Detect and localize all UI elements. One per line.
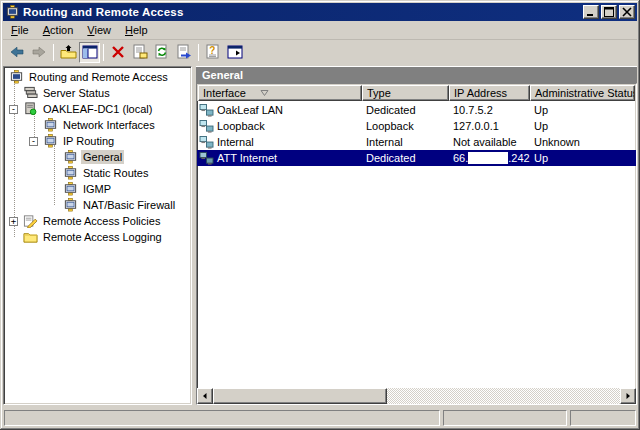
export-list-button[interactable] xyxy=(173,41,195,63)
folder-icon xyxy=(22,230,38,244)
console-tree-pane: Routing and Remote Access Server Status … xyxy=(3,66,192,405)
router-icon xyxy=(62,166,78,180)
forward-button[interactable] xyxy=(28,41,50,63)
tree-item-label: General xyxy=(81,150,124,164)
toolbar-separator xyxy=(53,44,54,61)
tree-item-static-routes[interactable]: Static Routes xyxy=(4,165,191,181)
tree-item-label: IP Routing xyxy=(61,134,116,148)
column-header-interface[interactable]: Interface xyxy=(198,85,362,101)
delete-button[interactable] xyxy=(107,41,129,63)
menu-help[interactable]: Help xyxy=(118,22,155,38)
column-header-row: Interface Type IP Address Administrative… xyxy=(197,84,636,101)
show-hide-console-tree-button[interactable] xyxy=(79,42,100,63)
refresh-button[interactable] xyxy=(151,41,173,63)
forward-icon xyxy=(31,44,47,60)
server-icon xyxy=(22,102,38,116)
toolbar-separator xyxy=(198,44,199,61)
show-taskpad-icon xyxy=(227,45,243,59)
scrollbar-track[interactable] xyxy=(387,388,620,404)
list-row-loopback[interactable]: Loopback Loopback 127.0.0.1 Up xyxy=(197,118,636,134)
properties-button[interactable] xyxy=(129,41,151,63)
tree-item-general[interactable]: General xyxy=(4,149,191,165)
delete-icon xyxy=(111,45,125,59)
tree-item-label: Server Status xyxy=(41,86,112,100)
router-icon xyxy=(42,134,58,148)
tree-item-remote-access-policies[interactable]: + Remote Access Policies xyxy=(4,213,191,229)
show-hide-console-tree-icon xyxy=(82,45,98,59)
tree-item-label: Remote Access Policies xyxy=(41,214,162,228)
list-row-oakleaf-lan[interactable]: OakLeaf LAN Dedicated 10.7.5.2 Up xyxy=(197,102,636,118)
list-row-att-internet[interactable]: ATT Internet Dedicated 66. .242 Up xyxy=(197,150,636,166)
back-icon xyxy=(9,44,25,60)
status-panel xyxy=(570,410,636,426)
router-icon xyxy=(42,118,58,132)
policies-icon xyxy=(22,214,38,228)
network-interface-icon xyxy=(199,152,214,165)
sort-descending-icon xyxy=(260,89,269,97)
scroll-left-button[interactable] xyxy=(197,388,213,404)
banner-title: General xyxy=(202,69,243,81)
router-icon xyxy=(62,182,78,196)
list-row-internal[interactable]: Internal Internal Not available Unknown xyxy=(197,134,636,150)
up-one-level-icon xyxy=(60,44,77,60)
console-icon xyxy=(8,70,24,84)
title-bar[interactable]: Routing and Remote Access xyxy=(3,3,637,21)
tree-item-ip-routing[interactable]: - IP Routing xyxy=(4,133,191,149)
svg-text:?: ? xyxy=(209,45,215,56)
tree-item-igmp[interactable]: IGMP xyxy=(4,181,191,197)
interface-list: Interface Type IP Address Administrative… xyxy=(196,83,637,405)
list-rows: OakLeaf LAN Dedicated 10.7.5.2 Up Loopba… xyxy=(197,101,636,387)
tree-item-label: IGMP xyxy=(81,182,113,196)
properties-icon xyxy=(132,44,148,60)
back-button[interactable] xyxy=(6,41,28,63)
server-stack-icon xyxy=(22,86,38,100)
ip-suffix: .242 xyxy=(508,152,529,164)
toolbar-separator xyxy=(103,44,104,61)
status-bar xyxy=(3,407,637,427)
refresh-icon xyxy=(154,44,170,60)
router-icon xyxy=(62,150,78,164)
scroll-right-button[interactable] xyxy=(620,388,636,404)
tree-item-label: Network Interfaces xyxy=(61,118,157,132)
tree-item-server-status[interactable]: Server Status xyxy=(4,85,191,101)
export-list-icon xyxy=(176,44,192,60)
expand-expander[interactable]: + xyxy=(9,217,18,226)
column-header-type[interactable]: Type xyxy=(362,85,449,101)
help-button[interactable]: ? xyxy=(202,41,224,63)
minimize-button[interactable] xyxy=(583,5,599,19)
ip-prefix: 66. xyxy=(453,152,468,164)
close-button[interactable] xyxy=(619,5,635,19)
tree-item-label: Routing and Remote Access xyxy=(27,70,170,84)
collapse-expander[interactable]: - xyxy=(29,137,38,146)
column-header-administrative-status[interactable]: Administrative Status xyxy=(530,85,635,101)
main-area: Routing and Remote Access Server Status … xyxy=(3,64,637,407)
column-header-ip-address[interactable]: IP Address xyxy=(449,85,530,101)
tree-item-remote-access-logging[interactable]: Remote Access Logging xyxy=(4,229,191,245)
network-interface-icon xyxy=(199,120,214,133)
collapse-expander[interactable]: - xyxy=(9,105,18,114)
horizontal-scrollbar[interactable] xyxy=(197,388,636,404)
tree-item-label: OAKLEAF-DC1 (local) xyxy=(41,102,154,116)
show-taskpad-button[interactable] xyxy=(224,41,246,63)
toolbar: ? xyxy=(3,40,637,64)
tree-item-nat-basic-firewall[interactable]: NAT/Basic Firewall xyxy=(4,197,191,213)
results-pane: General Interface Type IP Address xyxy=(196,66,637,405)
tree-item-network-interfaces[interactable]: Network Interfaces xyxy=(4,117,191,133)
tree-item-label: Remote Access Logging xyxy=(41,230,164,244)
tree-item-label: NAT/Basic Firewall xyxy=(81,198,177,212)
menu-file[interactable]: File xyxy=(4,22,36,38)
up-one-level-button[interactable] xyxy=(57,41,79,63)
menu-view[interactable]: View xyxy=(80,22,118,38)
status-panel xyxy=(443,410,567,426)
maximize-button[interactable] xyxy=(601,5,617,19)
app-window: Routing and Remote Access File Action Vi… xyxy=(0,0,640,430)
menu-action[interactable]: Action xyxy=(36,22,81,38)
scrollbar-thumb[interactable] xyxy=(213,388,387,404)
tree-item-oakleaf-dc1[interactable]: - OAKLEAF-DC1 (local) xyxy=(4,101,191,117)
router-icon xyxy=(62,198,78,212)
tree-item-routing-and-remote-access[interactable]: Routing and Remote Access xyxy=(4,69,191,85)
ip-redaction-box xyxy=(468,152,508,164)
menu-bar: File Action View Help xyxy=(3,21,637,40)
rras-console-icon xyxy=(5,5,20,19)
results-pane-banner: General xyxy=(196,66,637,83)
